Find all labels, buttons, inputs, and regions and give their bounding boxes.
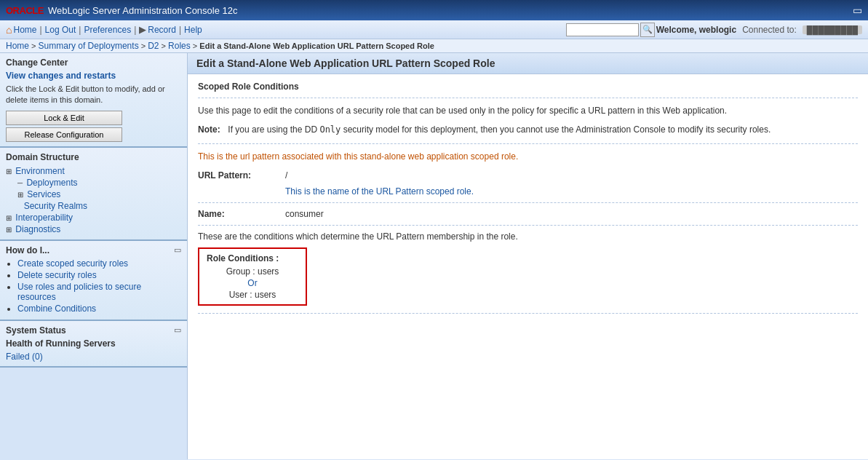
domain-structure-title: Domain Structure — [6, 152, 181, 162]
expand-icon-diagnostics: ⊞ — [6, 226, 12, 234]
nav-sep2: | — [79, 25, 81, 35]
section-subtitle: Scoped Role Conditions — [198, 82, 858, 92]
howdoi-link-3[interactable]: Use roles and policies to secure resourc… — [17, 282, 141, 302]
nav-sep3: | — [134, 25, 136, 35]
health-label: Health of Running Servers — [6, 338, 181, 349]
conditions-text: These are the conditions which determine… — [198, 231, 858, 242]
divider-1 — [198, 98, 858, 98]
breadcrumb-d2[interactable]: D2 — [148, 41, 159, 51]
breadcrumb-home[interactable]: Home — [6, 41, 29, 51]
expand-icon-services: ⊞ — [17, 191, 23, 199]
breadcrumb-sep1: > — [31, 41, 36, 50]
breadcrumb-current: Edit a Stand-Alone Web Application URL P… — [199, 41, 434, 50]
page-title-bar: Edit a Stand-Alone Web Application URL P… — [188, 53, 868, 74]
condition-user: User : users — [207, 290, 298, 300]
name-value: consumer — [285, 209, 324, 219]
view-changes-link[interactable]: View changes and restarts — [6, 71, 181, 81]
welcome-text: Welcome, weblogic — [656, 25, 736, 35]
nav-record[interactable]: Record — [148, 25, 176, 35]
welcome-area: Welcome, weblogic Connected to: ████████… — [656, 25, 862, 35]
tree-link-diagnostics[interactable]: Diagnostics — [15, 224, 60, 234]
minimize-icon[interactable]: ▭ — [853, 4, 862, 16]
tree-item-services[interactable]: ⊞ Services — [6, 189, 181, 200]
system-status-section: System Status ▭ Health of Running Server… — [0, 321, 187, 368]
search-button[interactable]: 🔍 — [640, 23, 655, 37]
search-box: 🔍 — [566, 23, 655, 37]
list-item: Create scoped security roles — [17, 258, 181, 269]
spacer-icon — [17, 201, 20, 211]
nav-home[interactable]: Home — [13, 25, 36, 35]
name-label: Name: — [198, 209, 285, 219]
navbar: ⌂ Home | Log Out | Preferences | ▶ Recor… — [0, 20, 868, 39]
system-status-title: System Status — [6, 325, 66, 336]
tree-item-environment[interactable]: ⊞ Environment — [6, 165, 181, 177]
tree-link-interoperability[interactable]: Interoperability — [15, 213, 73, 223]
howdoi-title: How do I... — [6, 245, 49, 255]
content-body: Scoped Role Conditions Use this page to … — [188, 74, 868, 327]
home-icon: ⌂ — [6, 24, 12, 36]
expand-icon-interop: ⊞ — [6, 214, 12, 222]
main-content: Edit a Stand-Alone Web Application URL P… — [188, 53, 868, 459]
description-text: Use this page to edit the conditions of … — [198, 104, 858, 117]
breadcrumb: Home > Summary of Deployments > D2 > Rol… — [0, 39, 868, 53]
note-code: Only — [319, 124, 341, 135]
breadcrumb-sep3: > — [162, 41, 166, 50]
url-pattern-info: This is the url pattern associated with … — [198, 150, 858, 163]
condition-group: Group : users — [207, 266, 298, 277]
list-item: Use roles and policies to secure resourc… — [17, 282, 181, 302]
change-center-desc: Click the Lock & Edit button to modify, … — [6, 84, 181, 106]
url-pattern-desc: This is the name of the URL Pattern scop… — [285, 186, 858, 197]
sidebar: Change Center View changes and restarts … — [0, 53, 188, 459]
role-conditions-box: Role Conditions : Group : users Or User … — [198, 247, 307, 306]
dash-icon: ─ — [17, 179, 23, 187]
tree-link-environment[interactable]: Environment — [15, 166, 64, 176]
breadcrumb-sep2: > — [141, 41, 146, 50]
howdoi-link-2[interactable]: Delete security roles — [17, 270, 97, 280]
system-status-header: System Status ▭ — [6, 325, 181, 336]
howdoi-section: How do I... ▭ Create scoped security rol… — [0, 241, 187, 321]
failed-link[interactable]: Failed (0) — [6, 352, 43, 362]
howdoi-list: Create scoped security roles Delete secu… — [6, 258, 181, 314]
howdoi-link-4[interactable]: Combine Conditions — [17, 304, 96, 314]
url-pattern-value: / — [285, 170, 287, 181]
role-conditions-title: Role Conditions : — [207, 253, 298, 263]
note-label: Note: — [198, 124, 220, 135]
nav-help[interactable]: Help — [184, 25, 202, 35]
main-layout: Change Center View changes and restarts … — [0, 53, 868, 459]
url-pattern-row: URL Pattern: / — [198, 170, 858, 181]
tree-item-interoperability[interactable]: ⊞ Interoperability — [6, 212, 181, 223]
tree-item-security-realms[interactable]: Security Realms — [6, 200, 181, 212]
change-center-title: Change Center — [6, 58, 181, 68]
domain-structure-section: Domain Structure ⊞ Environment ─ Deploym… — [0, 148, 187, 241]
howdoi-header: How do I... ▭ — [6, 245, 181, 255]
breadcrumb-summary[interactable]: Summary of Deployments — [39, 41, 139, 51]
nav-preferences[interactable]: Preferences — [84, 25, 131, 35]
note-block: Note: If you are using the DD Only secur… — [198, 123, 858, 136]
header-left: ORACLE WebLogic Server Administration Co… — [6, 5, 238, 16]
tree-item-deployments[interactable]: ─ Deployments — [6, 177, 181, 189]
failed-row: Failed (0) — [6, 352, 181, 362]
list-item: Combine Conditions — [17, 304, 181, 314]
breadcrumb-roles[interactable]: Roles — [168, 41, 191, 51]
app-header: ORACLE WebLogic Server Administration Co… — [0, 0, 868, 20]
page-title: Edit a Stand-Alone Web Application URL P… — [196, 58, 859, 69]
divider-3 — [198, 202, 858, 203]
tree-link-security-realms[interactable]: Security Realms — [24, 201, 87, 211]
nav-logout[interactable]: Log Out — [45, 25, 76, 35]
connected-value: █████████ — [803, 25, 862, 34]
divider-2 — [198, 143, 858, 144]
tree-link-deployments[interactable]: Deployments — [26, 178, 77, 188]
system-status-collapse-button[interactable]: ▭ — [174, 325, 181, 335]
howdoi-collapse-button[interactable]: ▭ — [174, 245, 181, 255]
tree-item-diagnostics[interactable]: ⊞ Diagnostics — [6, 223, 181, 235]
list-item: Delete security roles — [17, 270, 181, 280]
search-input[interactable] — [566, 23, 639, 36]
howdoi-link-1[interactable]: Create scoped security roles — [17, 258, 128, 269]
note-pre-text: If you are using the DD Only security mo… — [226, 124, 771, 135]
lock-edit-button[interactable]: Lock & Edit — [6, 111, 122, 125]
nav-sep1: | — [39, 25, 41, 35]
tree-link-services[interactable]: Services — [27, 189, 60, 199]
oracle-logo: ORACLE — [6, 5, 44, 16]
release-config-button[interactable]: Release Configuration — [6, 127, 122, 142]
expand-icon: ⊞ — [6, 167, 12, 175]
